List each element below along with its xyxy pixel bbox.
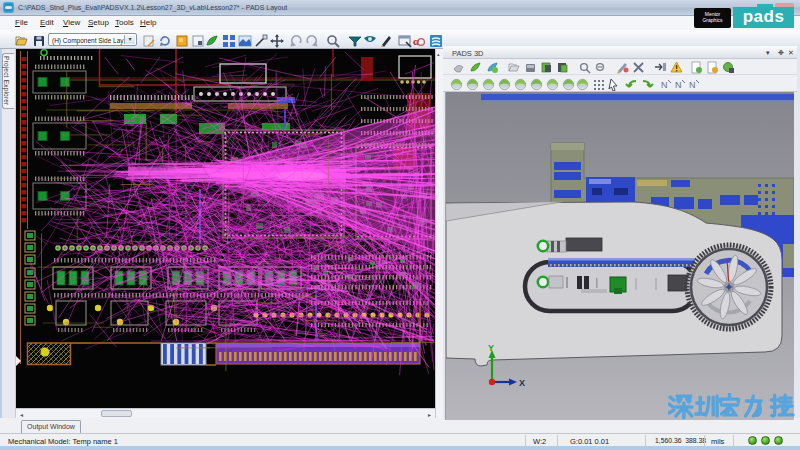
svg-text:Y: Y (488, 343, 494, 353)
svg-text:X: X (519, 378, 525, 388)
svg-text:N: N (675, 80, 682, 90)
svg-text:N: N (661, 80, 668, 90)
svg-text:N: N (689, 80, 696, 90)
